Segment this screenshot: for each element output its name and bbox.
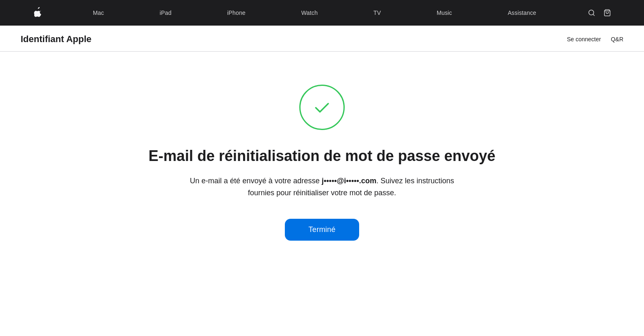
success-title: E-mail de réinitialisation de mot de pas… (149, 147, 495, 165)
subheader: Identifiant Apple Se connecter Q&R (0, 26, 644, 52)
page-title: Identifiant Apple (21, 34, 92, 45)
apple-logo[interactable] (33, 7, 41, 19)
success-icon-circle (299, 85, 345, 130)
nav-item-watch[interactable]: Watch (297, 9, 322, 16)
subheader-links: Se connecter Q&R (567, 36, 623, 43)
nav-item-ipad[interactable]: iPad (156, 9, 176, 16)
sign-in-link[interactable]: Se connecter (567, 36, 601, 43)
bag-icon[interactable] (604, 9, 611, 17)
search-icon[interactable] (588, 9, 595, 17)
done-button[interactable]: Terminé (285, 219, 359, 241)
qr-link[interactable]: Q&R (611, 36, 623, 43)
svg-line-1 (593, 14, 594, 15)
main-content: E-mail de réinitialisation de mot de pas… (0, 52, 644, 274)
main-navigation: Mac iPad iPhone Watch TV Music Assistanc… (0, 0, 644, 26)
desc-prefix: Un e-mail a été envoyé à votre adresse (190, 177, 322, 185)
success-description: Un e-mail a été envoyé à votre adresse j… (178, 175, 466, 199)
nav-item-tv[interactable]: TV (369, 9, 385, 16)
nav-item-assistance[interactable]: Assistance (504, 9, 540, 16)
nav-item-music[interactable]: Music (433, 9, 456, 16)
nav-item-mac[interactable]: Mac (89, 9, 108, 16)
masked-email: j•••••@i•••••.com (322, 177, 376, 185)
nav-item-iphone[interactable]: iPhone (223, 9, 249, 16)
checkmark-icon (312, 97, 332, 118)
